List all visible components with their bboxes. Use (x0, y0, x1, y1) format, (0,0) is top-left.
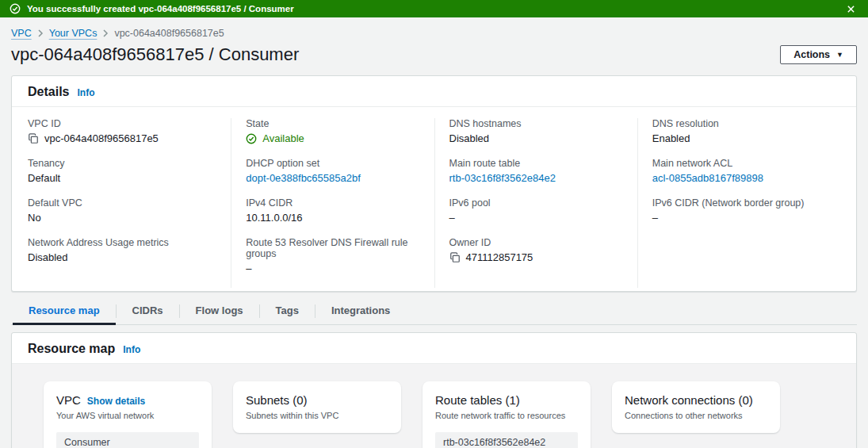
actions-button-label: Actions (793, 49, 830, 60)
chevron-right-icon (37, 29, 44, 37)
field-label: State (246, 118, 419, 129)
field-network-address-usage-metrics: Network Address Usage metrics Disabled (28, 237, 216, 263)
breadcrumb-link-your-vpcs[interactable]: Your VPCs (49, 28, 98, 39)
resource-map-info-link[interactable]: Info (123, 344, 140, 355)
details-grid: VPC ID vpc-064a408f9656817e5 Tenancy Def… (12, 107, 856, 291)
tab-flow-logs[interactable]: Flow logs (180, 298, 259, 324)
vpc-card-subtitle: Your AWS virtual network (56, 411, 199, 420)
route-tables-card-subtitle: Route network traffic to resources (435, 411, 578, 420)
field-value: Default (28, 172, 216, 184)
field-dns-hostnames: DNS hostnames Disabled (449, 118, 623, 144)
status-badge: Available (262, 132, 304, 144)
field-label: IPv6 CIDR (Network border group) (652, 197, 826, 209)
field-route53-firewall-rule-groups: Route 53 Resolver DNS Firewall rule grou… (246, 237, 419, 274)
show-details-link[interactable]: Show details (87, 396, 145, 407)
detail-tabs: Resource map CIDRs Flow logs Tags Integr… (11, 298, 857, 325)
success-flash-banner: You successfully created vpc-064a408f965… (0, 0, 868, 17)
field-label: VPC ID (28, 118, 216, 129)
field-owner-id: Owner ID 471112857175 (449, 237, 623, 263)
field-ipv4-cidr: IPv4 CIDR 10.11.0.0/16 (246, 197, 419, 224)
field-value: – (449, 212, 623, 224)
chevron-down-icon: ▼ (836, 51, 843, 59)
subnets-card-title: Subnets (0) (246, 393, 308, 407)
flash-message: You successfully created vpc-064a408f965… (27, 4, 837, 13)
field-ipv6-pool: IPv6 pool – (449, 197, 623, 224)
field-value: Enabled (652, 132, 826, 144)
breadcrumb-current: vpc-064a408f9656817e5 (114, 28, 224, 39)
vpc-resource-item[interactable]: Consumer (56, 432, 199, 448)
route-tables-card-title: Route tables (1) (435, 393, 520, 407)
details-panel: Details Info VPC ID vpc-064a408f9656817e… (11, 75, 857, 292)
vpc-card-title: VPC (56, 393, 81, 407)
field-label: IPv6 pool (449, 197, 623, 209)
copy-icon[interactable] (28, 133, 39, 144)
tab-tags[interactable]: Tags (260, 298, 315, 324)
field-label: Main network ACL (652, 158, 826, 169)
field-tenancy: Tenancy Default (28, 158, 216, 184)
field-main-network-acl: Main network ACL acl-0855adb8167f89898 (652, 158, 826, 184)
field-value: Disabled (28, 251, 216, 263)
close-icon[interactable] (843, 3, 858, 15)
resource-map-panel: Resource map Info VPC Show details Your … (11, 332, 857, 448)
status-available-icon (246, 133, 257, 144)
field-label: Network Address Usage metrics (28, 237, 216, 248)
field-label: Main route table (449, 158, 623, 169)
success-check-icon (10, 3, 21, 14)
details-heading: Details (28, 85, 69, 99)
field-label: Route 53 Resolver DNS Firewall rule grou… (246, 237, 419, 259)
details-info-link[interactable]: Info (77, 87, 94, 98)
main-network-acl-link[interactable]: acl-0855adb8167f89898 (652, 172, 826, 184)
network-connections-card-title: Network connections (0) (625, 393, 753, 407)
field-label: DHCP option set (246, 158, 419, 169)
copy-icon[interactable] (449, 252, 461, 263)
resource-map-heading: Resource map (28, 342, 115, 356)
actions-button[interactable]: Actions ▼ (780, 45, 857, 64)
field-value: – (246, 262, 419, 274)
subnets-card-subtitle: Subnets within this VPC (246, 411, 388, 420)
dhcp-option-set-link[interactable]: dopt-0e388fbc65585a2bf (246, 172, 419, 184)
subnets-card: Subnets (0) Subnets within this VPC (233, 381, 401, 433)
field-value: Disabled (449, 132, 623, 144)
breadcrumb: VPC Your VPCs vpc-064a408f9656817e5 (11, 28, 857, 39)
network-connections-card-subtitle: Connections to other networks (625, 411, 767, 420)
tab-integrations[interactable]: Integrations (315, 298, 406, 324)
field-value: vpc-064a408f9656817e5 (44, 132, 159, 144)
field-value: 10.11.0.0/16 (246, 212, 419, 224)
tab-resource-map[interactable]: Resource map (13, 298, 116, 324)
main-route-table-link[interactable]: rtb-03c16f8f3562e84e2 (449, 172, 623, 184)
field-ipv6-cidr-border-group: IPv6 CIDR (Network border group) – (652, 197, 826, 224)
field-value: 471112857175 (466, 251, 533, 263)
tab-cidrs[interactable]: CIDRs (117, 298, 179, 324)
field-label: Owner ID (449, 237, 623, 248)
field-value: – (652, 212, 826, 224)
chevron-right-icon (102, 29, 109, 37)
breadcrumb-link-vpc[interactable]: VPC (11, 28, 32, 39)
field-label: DNS hostnames (449, 118, 623, 129)
field-dns-resolution: DNS resolution Enabled (652, 118, 826, 144)
field-main-route-table: Main route table rtb-03c16f8f3562e84e2 (449, 158, 623, 184)
resource-map-body: VPC Show details Your AWS virtual networ… (12, 364, 856, 448)
field-label: Default VPC (28, 197, 216, 209)
vpc-card: VPC Show details Your AWS virtual networ… (44, 381, 212, 448)
field-default-vpc: Default VPC No (28, 197, 216, 224)
field-state: State Available (246, 118, 419, 144)
field-label: DNS resolution (652, 118, 826, 129)
field-label: IPv4 CIDR (246, 197, 419, 209)
route-table-resource-item[interactable]: rtb-03c16f8f3562e84e2 (435, 432, 578, 448)
page-title: vpc-064a408f9656817e5 / Consumer (11, 44, 299, 65)
field-vpc-id: VPC ID vpc-064a408f9656817e5 (28, 118, 216, 144)
network-connections-card: Network connections (0) Connections to o… (612, 381, 780, 433)
field-label: Tenancy (28, 158, 216, 169)
field-dhcp-option-set: DHCP option set dopt-0e388fbc65585a2bf (246, 158, 419, 184)
field-value: No (28, 212, 216, 224)
route-tables-card: Route tables (1) Route network traffic t… (423, 381, 591, 448)
